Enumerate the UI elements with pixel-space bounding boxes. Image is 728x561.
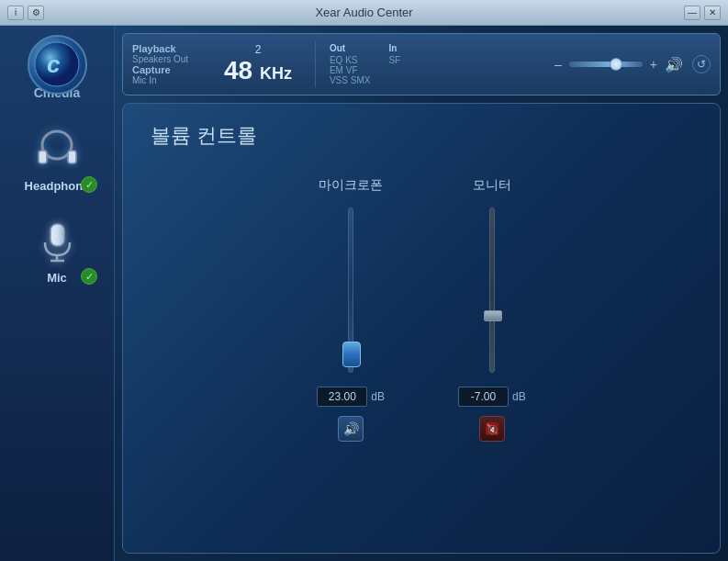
window-controls: — ✕	[684, 6, 721, 20]
sidebar-item-headphone[interactable]: Headphone ✓	[0, 118, 114, 200]
settings-icon[interactable]: ↺	[692, 55, 711, 73]
monitor-slider-wrapper	[478, 208, 506, 373]
minimize-button[interactable]: —	[684, 6, 700, 20]
title-bar-icons: i ⚙	[7, 6, 44, 20]
in-sf: SF	[388, 55, 400, 65]
sidebar: c Cmedia Headphone	[0, 26, 115, 561]
microphone-db-area: dB	[317, 387, 385, 407]
settings-button[interactable]: ⚙	[28, 6, 44, 20]
svg-text:🔇: 🔇	[487, 424, 498, 435]
sidebar-item-mic[interactable]: Mic ✓	[0, 209, 114, 292]
volume-thumb[interactable]	[610, 58, 622, 71]
mic-label: Mic	[47, 271, 67, 285]
svg-rect-4	[39, 151, 46, 163]
divider	[315, 41, 316, 87]
out-in-section: Out EQ KS EM VF VSS SMX In SF	[330, 43, 400, 85]
microphone-slider-wrapper	[337, 208, 364, 373]
title-bar: i ⚙ Xear Audio Center — ✕	[0, 0, 728, 26]
capture-label: Capture	[132, 64, 206, 75]
microphone-thumb[interactable]	[342, 342, 361, 367]
monitor-slider-group: 모니터 dB 🔇	[458, 177, 526, 442]
speaker-icon: 🔊	[665, 55, 683, 73]
mic-in-label: Mic In	[132, 75, 206, 85]
headphone-label: Headphone	[25, 179, 90, 193]
playback-label: Playback	[132, 43, 206, 54]
monitor-db-unit: dB	[512, 390, 526, 403]
svg-rect-8	[51, 225, 63, 245]
microphone-db-input[interactable]	[317, 387, 367, 407]
headphone-check: ✓	[81, 176, 97, 193]
microphone-track[interactable]	[348, 208, 353, 373]
microphone-label: 마이크로폰	[319, 177, 383, 194]
out-em: EM VF	[330, 65, 370, 75]
out-col: Out EQ KS EM VF VSS SMX	[330, 43, 370, 85]
svg-rect-6	[69, 151, 75, 163]
speakers-out-label: Speakers Out	[132, 54, 206, 64]
logo-circle: c	[28, 35, 87, 95]
panel-title: 볼륨 컨트롤	[151, 122, 257, 150]
monitor-db-input[interactable]	[458, 387, 509, 407]
out-label: Out	[330, 43, 370, 53]
volume-plus[interactable]: +	[650, 57, 657, 72]
out-eq: EQ KS	[330, 55, 370, 65]
microphone-db-unit: dB	[371, 390, 385, 403]
sliders-container: 마이크로폰 dB 🔊 모니터	[151, 177, 692, 534]
khz-display: 48 KHz	[224, 56, 292, 85]
mic-check: ✓	[81, 268, 97, 285]
logo-area: c Cmedia	[16, 35, 98, 99]
monitor-track[interactable]	[489, 208, 495, 373]
volume-top-area: – + 🔊	[554, 55, 683, 73]
monitor-mute-button[interactable]: 🔇	[479, 416, 505, 442]
monitor-thumb[interactable]	[484, 310, 502, 321]
volume-minus[interactable]: –	[554, 57, 562, 72]
in-label: In	[388, 43, 400, 53]
in-col: In SF	[388, 43, 400, 85]
window-title: Xear Audio Center	[44, 6, 684, 19]
channel-value: 2	[255, 43, 262, 56]
main-window: c Cmedia Headphone	[0, 26, 728, 561]
content-area: Playback Speakers Out Capture Mic In 2 4…	[115, 26, 728, 561]
microphone-mute-button[interactable]: 🔊	[338, 416, 364, 442]
info-bar: Playback Speakers Out Capture Mic In 2 4…	[122, 33, 721, 95]
volume-track[interactable]	[569, 62, 643, 67]
headphone-icon	[32, 125, 83, 175]
monitor-label: 모니터	[473, 177, 511, 194]
svg-text:c: c	[47, 50, 61, 78]
info-button[interactable]: i	[7, 6, 24, 20]
close-button[interactable]: ✕	[704, 6, 721, 20]
channel-khz: 2 48 KHz	[215, 43, 301, 85]
microphone-slider-group: 마이크로폰 dB 🔊	[317, 177, 385, 442]
out-vss: VSS SMX	[330, 75, 370, 85]
mic-icon	[32, 217, 83, 267]
monitor-db-area: dB	[458, 387, 526, 407]
volume-panel: 볼륨 컨트롤 마이크로폰 dB 🔊	[122, 103, 721, 554]
playback-section: Playback Speakers Out Capture Mic In	[132, 43, 206, 85]
